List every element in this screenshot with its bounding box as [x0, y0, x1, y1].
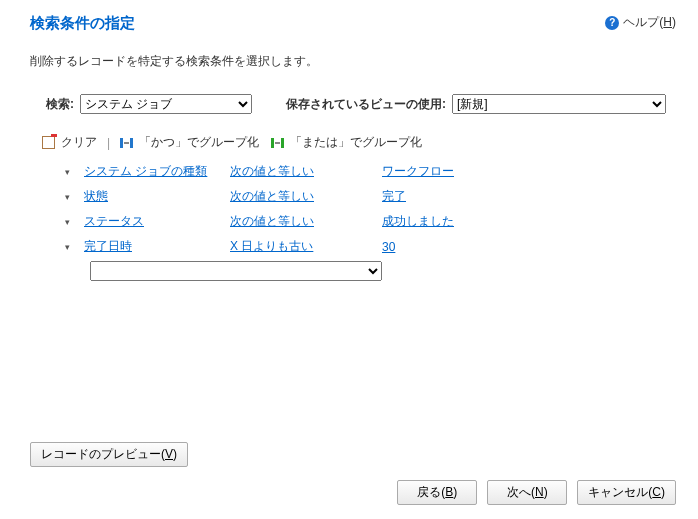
- chevron-down-icon[interactable]: ▾: [60, 192, 74, 202]
- help-icon: ?: [605, 16, 619, 30]
- group-and-button[interactable]: 「かつ」でグループ化: [139, 134, 259, 151]
- saved-view-label: 保存されているビューの使用:: [286, 96, 446, 113]
- back-button[interactable]: 戻る(B): [397, 480, 477, 505]
- next-button[interactable]: 次へ(N): [487, 480, 567, 505]
- clear-icon: [42, 136, 55, 149]
- criteria-field-link[interactable]: 完了日時: [84, 239, 132, 253]
- criteria-row: ▾ システム ジョブの種類 次の値と等しい ワークフロー: [60, 159, 676, 184]
- criteria-toolbar: クリア | 「かつ」でグループ化 「または」でグループ化: [42, 134, 676, 151]
- criteria-value-link[interactable]: ワークフロー: [382, 164, 454, 178]
- clear-button[interactable]: クリア: [61, 134, 97, 151]
- chevron-down-icon[interactable]: ▾: [60, 167, 74, 177]
- cancel-button[interactable]: キャンセル(C): [577, 480, 676, 505]
- help-link[interactable]: ? ヘルプ(H): [605, 14, 676, 31]
- saved-view-select[interactable]: [新規]: [452, 94, 666, 114]
- criteria-field-link[interactable]: ステータス: [84, 214, 144, 228]
- search-row: 検索: システム ジョブ 保存されているビューの使用: [新規]: [46, 94, 676, 114]
- criteria-row: ▾ ステータス 次の値と等しい 成功しました: [60, 209, 676, 234]
- criteria-operator-link[interactable]: 次の値と等しい: [230, 214, 314, 228]
- group-and-icon: [120, 138, 133, 148]
- criteria-row: ▾ 状態 次の値と等しい 完了: [60, 184, 676, 209]
- description-text: 削除するレコードを特定する検索条件を選択します。: [30, 53, 676, 70]
- search-entity-select[interactable]: システム ジョブ: [80, 94, 252, 114]
- search-label: 検索:: [46, 96, 74, 113]
- criteria-table: ▾ システム ジョブの種類 次の値と等しい ワークフロー ▾ 状態 次の値と等し…: [60, 159, 676, 259]
- criteria-value-link[interactable]: 30: [382, 240, 395, 254]
- page-title: 検索条件の指定: [30, 14, 135, 33]
- group-or-button[interactable]: 「または」でグループ化: [290, 134, 422, 151]
- separator: |: [107, 136, 110, 150]
- criteria-field-link[interactable]: システム ジョブの種類: [84, 164, 207, 178]
- criteria-value-link[interactable]: 完了: [382, 189, 406, 203]
- new-criteria-row: [60, 261, 676, 281]
- wizard-footer: 戻る(B) 次へ(N) キャンセル(C): [397, 480, 676, 505]
- criteria-operator-link[interactable]: 次の値と等しい: [230, 164, 314, 178]
- chevron-down-icon[interactable]: ▾: [60, 242, 74, 252]
- criteria-value-link[interactable]: 成功しました: [382, 214, 454, 228]
- preview-records-button[interactable]: レコードのプレビュー(V): [30, 442, 188, 467]
- criteria-row: ▾ 完了日時 X 日よりも古い 30: [60, 234, 676, 259]
- new-criteria-select[interactable]: [90, 261, 382, 281]
- chevron-down-icon[interactable]: ▾: [60, 217, 74, 227]
- criteria-field-link[interactable]: 状態: [84, 189, 108, 203]
- criteria-operator-link[interactable]: X 日よりも古い: [230, 239, 313, 253]
- group-or-icon: [271, 138, 284, 148]
- criteria-operator-link[interactable]: 次の値と等しい: [230, 189, 314, 203]
